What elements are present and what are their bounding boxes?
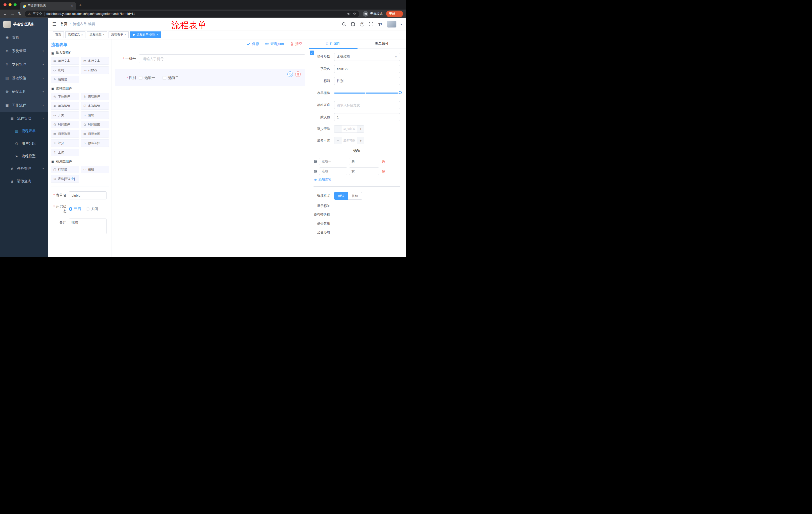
plus-icon[interactable]: + bbox=[357, 126, 364, 133]
sidebar-item-process-form[interactable]: ▥ 流程表单 bbox=[0, 125, 48, 137]
palette-item-dropdown[interactable]: ◎下拉选择 bbox=[51, 93, 79, 100]
palette-item-slider[interactable]: ↔滑块 bbox=[81, 111, 109, 119]
reload-icon[interactable]: ↻ bbox=[18, 12, 21, 16]
sidebar-item-task-management[interactable]: ⋔ 任务管理 ▾ bbox=[0, 162, 48, 175]
canvas-field-phone[interactable]: 手机号 bbox=[115, 54, 305, 63]
palette-item-time-range[interactable]: ◶时间范围 bbox=[81, 121, 109, 128]
link-badge-button[interactable] bbox=[310, 51, 314, 55]
sidebar-item-devtools[interactable]: ⚒ 研发工具 ▾ bbox=[0, 85, 48, 99]
sidebar-item-payment[interactable]: ¥ 支付管理 ▾ bbox=[0, 58, 48, 72]
palette-item-date-range[interactable]: ▩日期范围 bbox=[81, 130, 109, 138]
canvas-field-gender-selected[interactable]: 性别 选项一 选项二 bbox=[115, 69, 305, 86]
tag-process-form-edit[interactable]: 流程表单-编辑 × bbox=[130, 31, 161, 38]
palette-item-time-picker[interactable]: ◷时间选择 bbox=[51, 121, 79, 128]
phone-input[interactable] bbox=[139, 54, 305, 63]
grid-slider[interactable] bbox=[334, 89, 400, 97]
radio-disabled[interactable]: 关闭 bbox=[86, 207, 98, 211]
sidebar-item-system[interactable]: ⚙ 系统管理 ▾ bbox=[0, 44, 48, 58]
sidebar-item-infrastructure[interactable]: ▤ 基础设施 ▾ bbox=[0, 72, 48, 85]
back-icon[interactable]: ← bbox=[3, 12, 7, 16]
palette-item-date-picker[interactable]: ▦日期选择 bbox=[51, 130, 79, 138]
breadcrumb-home[interactable]: 首页 bbox=[60, 22, 67, 26]
tag-close-icon[interactable]: × bbox=[81, 33, 83, 36]
palette-item-rate[interactable]: ☆评分 bbox=[51, 139, 79, 147]
palette-item-password[interactable]: 密码 bbox=[51, 66, 79, 74]
slider-handle[interactable] bbox=[399, 91, 402, 94]
sidebar-item-leave-query[interactable]: ♟ 请假查询 bbox=[0, 175, 48, 188]
palette-item-radio-group[interactable]: ◉单选框组 bbox=[51, 102, 79, 110]
tag-process-model[interactable]: 流程模型 × bbox=[87, 31, 107, 38]
minus-icon[interactable]: − bbox=[335, 126, 342, 133]
browser-update-button[interactable]: 更新 ⋮ bbox=[386, 10, 403, 17]
maximize-window-button[interactable] bbox=[13, 3, 17, 6]
add-option-button[interactable]: ⊕ 添加选项 bbox=[314, 177, 400, 182]
option-label-input[interactable] bbox=[319, 158, 347, 165]
delete-field-button[interactable] bbox=[295, 72, 301, 77]
palette-item-table[interactable]: ⊞表格[开发中] bbox=[51, 175, 79, 183]
sidebar-item-workflow[interactable]: ▣ 工作流程 ▴ bbox=[0, 99, 48, 112]
form-name-input[interactable] bbox=[69, 191, 107, 199]
option-value-input[interactable] bbox=[349, 158, 379, 165]
tag-home[interactable]: 首页 bbox=[53, 31, 64, 38]
save-button[interactable]: 保存 bbox=[247, 42, 259, 46]
minus-icon[interactable]: − bbox=[335, 137, 342, 144]
checkbox-option-1[interactable]: 选项一 bbox=[139, 76, 155, 80]
palette-item-switch[interactable]: ⊷开关 bbox=[51, 111, 79, 119]
github-icon[interactable] bbox=[351, 22, 355, 27]
slider-track[interactable] bbox=[334, 92, 400, 93]
palette-item-editor[interactable]: ✎编辑器 bbox=[51, 76, 79, 83]
max-checked-placeholder[interactable]: 最多可选 bbox=[342, 137, 357, 144]
field-name-input[interactable] bbox=[334, 65, 400, 73]
new-tab-button[interactable]: + bbox=[79, 2, 82, 8]
tag-process-form[interactable]: 流程表单 × bbox=[109, 31, 128, 38]
close-window-button[interactable] bbox=[3, 3, 6, 6]
plus-icon[interactable]: + bbox=[357, 137, 364, 144]
palette-item-color-picker[interactable]: ◑颜色选择 bbox=[81, 139, 109, 147]
checkbox-option-2[interactable]: 选项二 bbox=[163, 76, 179, 80]
form-remark-textarea[interactable]: 嘿嘿 bbox=[69, 218, 107, 234]
label-width-input[interactable] bbox=[334, 101, 400, 109]
tag-close-icon[interactable]: × bbox=[103, 33, 105, 36]
tag-close-icon[interactable]: × bbox=[157, 33, 158, 36]
component-type-select[interactable]: 多选框组 ▼ bbox=[334, 53, 400, 61]
help-icon[interactable]: ? bbox=[360, 22, 365, 27]
copy-field-button[interactable] bbox=[287, 72, 293, 77]
tab-form-props[interactable]: 表单属性 bbox=[357, 39, 406, 49]
clear-button[interactable]: 清空 bbox=[290, 42, 302, 46]
view-json-button[interactable]: 查看json bbox=[265, 42, 284, 46]
avatar-caret-icon[interactable]: ▾ bbox=[401, 23, 402, 26]
remove-option-icon[interactable]: ⊖ bbox=[382, 169, 385, 173]
address-bar[interactable]: ⚠ 不安全 dashboard.yudao.iocoder.cn/bpm/man… bbox=[25, 10, 359, 17]
drag-handle-icon[interactable] bbox=[314, 170, 317, 173]
min-checked-placeholder[interactable]: 至少应选 bbox=[342, 126, 357, 133]
sidebar-item-user-group[interactable]: ⚇ 用户分组 bbox=[0, 137, 48, 150]
remove-option-icon[interactable]: ⊖ bbox=[382, 159, 385, 164]
option-value-input[interactable] bbox=[349, 167, 379, 175]
default-value-input[interactable] bbox=[334, 113, 400, 121]
title-input[interactable] bbox=[334, 77, 400, 85]
fullscreen-icon[interactable] bbox=[369, 22, 374, 27]
forward-icon[interactable]: → bbox=[10, 12, 14, 16]
drag-handle-icon[interactable] bbox=[314, 160, 317, 163]
style-button-button[interactable]: 按钮 bbox=[348, 192, 362, 200]
palette-item-counter[interactable]: 123计数器 bbox=[81, 66, 109, 74]
tab-close-icon[interactable]: ✕ bbox=[70, 4, 74, 7]
option-label-input[interactable] bbox=[319, 167, 347, 175]
palette-item-checkbox-group[interactable]: ☑多选框组 bbox=[81, 102, 109, 110]
tag-close-icon[interactable]: × bbox=[124, 33, 126, 36]
style-default-button[interactable]: 默认 bbox=[334, 192, 348, 200]
sidebar-item-process-model[interactable]: ➤ 流程模型 bbox=[0, 150, 48, 162]
tab-component-props[interactable]: 组件属性 bbox=[309, 39, 357, 49]
sidebar-item-process-management[interactable]: ☰ 流程管理 ▴ bbox=[0, 112, 48, 125]
palette-item-cascade[interactable]: ⋔级联选择 bbox=[81, 93, 109, 100]
password-key-icon[interactable] bbox=[347, 12, 351, 16]
sidebar-item-home[interactable]: ◉ 首页 bbox=[0, 31, 48, 44]
palette-item-upload[interactable]: ↥上传 bbox=[51, 148, 79, 156]
palette-item-row-container[interactable]: ▢行容器 bbox=[51, 166, 79, 173]
browser-tab[interactable]: 芋道管理系统 ✕ bbox=[20, 2, 76, 9]
palette-item-single-text[interactable]: ▭单行文本 bbox=[51, 57, 79, 64]
search-icon[interactable] bbox=[342, 22, 346, 27]
user-avatar[interactable] bbox=[387, 21, 397, 28]
palette-item-multi-text[interactable]: ▤多行文本 bbox=[81, 57, 109, 64]
palette-item-button[interactable]: ▭按钮 bbox=[81, 166, 109, 173]
